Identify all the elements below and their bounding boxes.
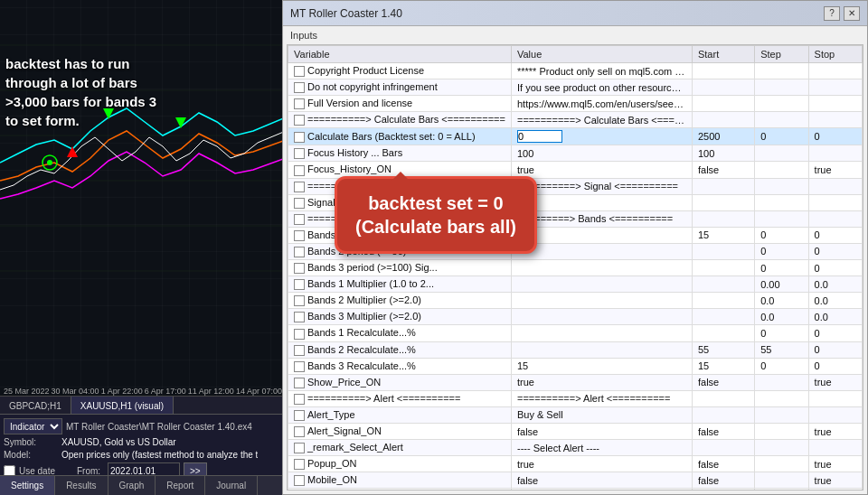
row-checkbox[interactable] bbox=[294, 247, 305, 257]
row-checkbox[interactable] bbox=[294, 329, 305, 340]
row-checkbox[interactable] bbox=[294, 443, 305, 453]
row-checkbox[interactable] bbox=[294, 361, 305, 372]
cell-value: ---- Select Alert ---- bbox=[511, 440, 692, 456]
row-checkbox[interactable] bbox=[294, 230, 305, 241]
row-checkbox[interactable] bbox=[294, 459, 305, 470]
model-label: Model: bbox=[4, 450, 58, 460]
date-3: 1 Apr 22:00 bbox=[101, 387, 143, 396]
row-checkbox[interactable] bbox=[294, 410, 305, 421]
row-checkbox[interactable] bbox=[294, 165, 305, 176]
cell-stop bbox=[808, 406, 862, 423]
row-checkbox[interactable] bbox=[294, 98, 305, 109]
cell-start bbox=[692, 79, 754, 96]
cell-step bbox=[755, 63, 808, 79]
value-input[interactable] bbox=[517, 130, 562, 143]
cell-variable: Bands 2 Multiplier (>=2.0) bbox=[288, 293, 512, 309]
cell-stop bbox=[808, 194, 862, 210]
cell-variable: Popup_ON bbox=[288, 456, 512, 472]
cell-stop bbox=[808, 79, 862, 96]
cell-stop: true bbox=[808, 374, 862, 390]
cell-variable: Bands 3 period (>=100) Sig... bbox=[288, 260, 512, 276]
row-checkbox[interactable] bbox=[294, 132, 305, 143]
cell-start bbox=[692, 194, 754, 210]
indicator-select[interactable]: Indicator bbox=[4, 418, 62, 434]
cell-variable: _remark_Select_Alert bbox=[288, 440, 512, 456]
cell-step bbox=[755, 178, 808, 194]
inputs-table-container[interactable]: Variable Value Start Step Stop Copyright… bbox=[287, 44, 863, 490]
row-checkbox[interactable] bbox=[294, 214, 305, 225]
model-value: Open prices only (fastest method to anal… bbox=[61, 450, 258, 460]
chart-tab-xauusd[interactable]: XAUUSD,H1 (visual) bbox=[71, 397, 174, 416]
cell-step: 0 bbox=[755, 358, 808, 374]
cell-value: 15 bbox=[511, 227, 692, 243]
cell-stop bbox=[808, 63, 862, 79]
nav-tab-results[interactable]: Results bbox=[55, 476, 108, 495]
cell-step bbox=[755, 96, 808, 112]
row-checkbox[interactable] bbox=[294, 426, 305, 437]
row-checkbox[interactable] bbox=[294, 66, 305, 77]
cell-value: ==========> Alert <========== bbox=[511, 390, 692, 406]
cell-variable: Alert_Type bbox=[288, 406, 512, 423]
cell-value bbox=[511, 293, 692, 309]
inputs-table: Variable Value Start Step Stop Copyright… bbox=[288, 45, 863, 490]
table-row: Show_Price_ONtruefalsetrue bbox=[288, 374, 863, 390]
table-row: Bands 3 Multiplier (>=2.0)0.00.0 bbox=[288, 309, 863, 325]
cell-variable: Calculate Bars (Backtest set: 0 = ALL) bbox=[288, 128, 512, 145]
row-checkbox[interactable] bbox=[294, 378, 305, 388]
cell-step: 0 bbox=[755, 243, 808, 259]
row-checkbox[interactable] bbox=[294, 115, 305, 126]
cell-value: https://www.mql5.com/en/users/seeboonrue… bbox=[511, 96, 692, 112]
cell-value bbox=[511, 260, 692, 276]
chart-tabs: GBPCAD;H1 XAUUSD,H1 (visual) bbox=[0, 396, 286, 416]
nav-tab-settings[interactable]: Settings bbox=[0, 476, 55, 495]
popup-callout: backtest set = 0 (Calculate bars all) bbox=[335, 176, 537, 254]
cell-stop: 0 bbox=[808, 227, 862, 243]
row-checkbox[interactable] bbox=[294, 198, 305, 209]
row-checkbox[interactable] bbox=[294, 475, 305, 486]
date-6: 14 Apr 07:00 bbox=[236, 387, 282, 396]
chart-tab-gbpcad[interactable]: GBPCAD;H1 bbox=[0, 397, 71, 416]
symbol-label: Symbol: bbox=[4, 437, 58, 447]
row-checkbox[interactable] bbox=[294, 295, 305, 306]
cell-step bbox=[755, 456, 808, 472]
cell-stop bbox=[808, 178, 862, 194]
cell-stop: true bbox=[808, 423, 862, 439]
nav-tab-graph[interactable]: Graph bbox=[108, 476, 156, 495]
row-checkbox[interactable] bbox=[294, 312, 305, 322]
cell-value bbox=[511, 325, 692, 341]
cell-start bbox=[692, 112, 754, 128]
cell-start bbox=[692, 390, 754, 406]
cell-value[interactable] bbox=[511, 128, 692, 145]
header-value: Value bbox=[511, 46, 692, 63]
cell-variable: Mobile_ON bbox=[288, 472, 512, 489]
nav-tab-report[interactable]: Report bbox=[156, 476, 205, 495]
row-checkbox[interactable] bbox=[294, 345, 305, 356]
cell-stop: 0.0 bbox=[808, 293, 862, 309]
cell-start bbox=[692, 406, 754, 423]
nav-tab-journal[interactable]: Journal bbox=[205, 476, 258, 495]
close-button[interactable]: ✕ bbox=[844, 6, 860, 21]
cell-step bbox=[755, 472, 808, 489]
row-checkbox[interactable] bbox=[294, 263, 305, 274]
row-checkbox[interactable] bbox=[294, 148, 305, 159]
cell-stop: 0.0 bbox=[808, 276, 862, 293]
cell-stop bbox=[808, 145, 862, 162]
date-2: 30 Mar 04:00 bbox=[52, 387, 99, 396]
cell-stop bbox=[808, 112, 862, 128]
row-checkbox[interactable] bbox=[294, 182, 305, 192]
cell-step: 0.0 bbox=[755, 293, 808, 309]
cell-step bbox=[755, 112, 808, 128]
date-4: 6 Apr 17:00 bbox=[145, 387, 186, 396]
row-checkbox[interactable] bbox=[294, 279, 305, 290]
row-checkbox[interactable] bbox=[294, 82, 305, 93]
cell-value bbox=[511, 309, 692, 325]
popup-line1: backtest set = 0 bbox=[355, 191, 516, 215]
table-row: Focus History ... Bars100100 bbox=[288, 145, 863, 162]
cell-variable: Full Version and license bbox=[288, 96, 512, 112]
row-checkbox[interactable] bbox=[294, 394, 305, 405]
cell-start: 15 bbox=[692, 358, 754, 374]
help-button[interactable]: ? bbox=[824, 6, 840, 21]
cell-start: 15 bbox=[692, 227, 754, 243]
cell-variable: Bands 2 Recalculate...% bbox=[288, 341, 512, 358]
cell-start: false bbox=[692, 472, 754, 489]
